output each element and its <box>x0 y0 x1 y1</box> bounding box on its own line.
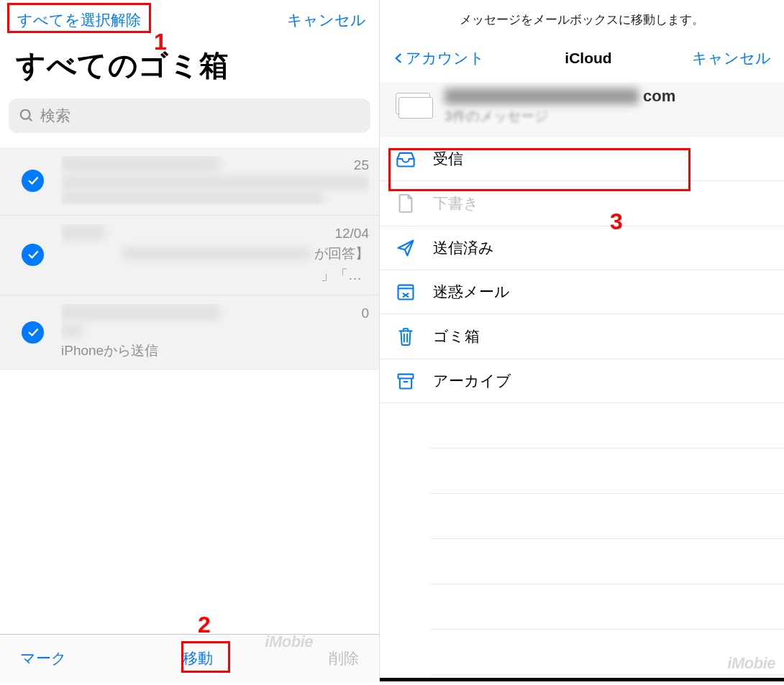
mail-preview-line2: 」「… <box>61 266 369 285</box>
account-email-blurred <box>445 88 639 104</box>
folder-sent[interactable]: 送信済み <box>380 226 784 270</box>
folder-inbox[interactable]: 受信 <box>380 137 784 181</box>
mail-subject-blurred <box>61 324 83 337</box>
nav-title: iCloud <box>565 50 611 67</box>
folder-list: 受信 下書き 送信済み 迷惑メール ゴミ箱 <box>380 137 784 675</box>
paper-plane-icon <box>396 238 416 258</box>
deselect-all-button[interactable]: すべてを選択解除 <box>13 9 145 32</box>
mail-sender-blurred <box>61 304 219 320</box>
svg-line-1 <box>29 118 32 121</box>
checkmark-selected-icon[interactable] <box>22 321 44 344</box>
account-header: com 3件のメッセージ <box>380 83 784 137</box>
mail-item[interactable]: 12/04 が回答】 」「… <box>0 216 379 295</box>
document-icon <box>396 193 416 214</box>
mail-sender-blurred <box>61 156 219 172</box>
folder-trash[interactable]: ゴミ箱 <box>380 314 784 359</box>
mail-date: 25 <box>348 156 369 173</box>
svg-rect-6 <box>398 374 414 379</box>
empty-row <box>430 403 784 449</box>
mail-list: 25 12/04 が回答】 」「… <box>0 147 379 370</box>
folder-label: アーカイブ <box>433 371 511 391</box>
folder-archive[interactable]: アーカイブ <box>380 359 784 403</box>
search-icon <box>19 108 35 124</box>
folder-label: 送信済み <box>433 238 494 258</box>
bottom-toolbar: マーク 移動 削除 <box>0 634 379 681</box>
mail-preview-blurred <box>61 192 323 205</box>
mail-preview-blurred <box>123 247 310 260</box>
move-hint: メッセージをメールボックスに移動します。 <box>380 0 784 41</box>
mail-item[interactable]: 0 iPhoneから送信 <box>0 295 379 370</box>
svg-point-0 <box>21 110 30 119</box>
cancel-button[interactable]: キャンセル <box>692 48 771 68</box>
checkmark-selected-icon[interactable] <box>22 170 44 192</box>
back-label: アカウント <box>406 48 485 68</box>
mail-date: 12/04 <box>329 224 369 242</box>
move-button[interactable]: 移動 <box>183 648 213 668</box>
back-button[interactable]: アカウント <box>393 48 485 68</box>
nav-bar: アカウント iCloud キャンセル <box>380 41 784 83</box>
mail-sender-blurred <box>61 224 104 240</box>
archive-icon <box>396 372 416 390</box>
folder-drafts: 下書き <box>380 181 784 226</box>
folder-label: 受信 <box>433 149 463 169</box>
watermark: iMobie <box>265 633 313 651</box>
empty-row <box>430 449 784 494</box>
chevron-left-icon <box>393 50 404 67</box>
empty-row <box>430 494 784 539</box>
bottom-border <box>380 678 784 681</box>
message-stack-icon <box>396 93 432 120</box>
page-title: すべてのゴミ箱 <box>0 39 379 98</box>
inbox-icon <box>396 150 416 168</box>
account-email: com <box>445 87 675 106</box>
search-input[interactable]: 検索 <box>9 98 370 133</box>
folder-label: 迷惑メール <box>433 282 510 302</box>
mail-preview-suffix: が回答】 <box>314 244 369 263</box>
svg-rect-3 <box>398 285 414 300</box>
delete-button[interactable]: 削除 <box>329 648 359 668</box>
mark-button[interactable]: マーク <box>20 648 67 668</box>
message-count: 3件のメッセージ <box>445 107 675 126</box>
folder-label: 下書き <box>433 193 479 213</box>
checkmark-selected-icon[interactable] <box>22 244 44 266</box>
move-to-mailbox-screen: メッセージをメールボックスに移動します。 アカウント iCloud キャンセル … <box>380 0 784 681</box>
trash-icon <box>396 326 416 347</box>
trash-edit-screen: すべてを選択解除 キャンセル すべてのゴミ箱 検索 25 <box>0 0 380 681</box>
mail-subject-blurred <box>61 176 369 189</box>
junk-icon <box>396 282 416 302</box>
folder-junk[interactable]: 迷惑メール <box>380 270 784 314</box>
mail-preview: iPhoneから送信 <box>61 341 369 360</box>
folder-label: ゴミ箱 <box>433 326 480 346</box>
mail-date: 0 <box>355 304 369 321</box>
cancel-button[interactable]: キャンセル <box>287 10 366 30</box>
empty-row <box>430 539 784 584</box>
nav-bar: すべてを選択解除 キャンセル <box>0 0 379 39</box>
mail-item[interactable]: 25 <box>0 147 379 216</box>
watermark: iMobie <box>727 654 775 673</box>
search-placeholder: 検索 <box>40 106 70 126</box>
empty-row <box>430 584 784 630</box>
